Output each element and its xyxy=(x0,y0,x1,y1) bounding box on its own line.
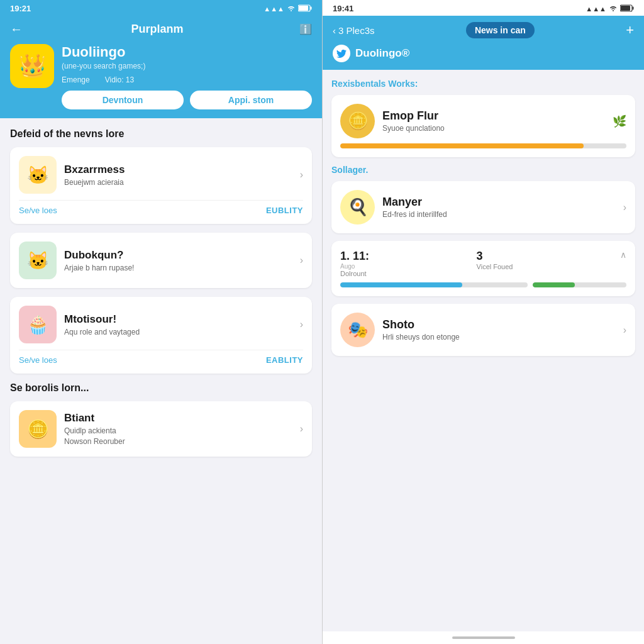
app-info-row: 👑 Duoliingo (une-you search games;) Emen… xyxy=(10,44,312,109)
info-icon-left[interactable]: ℹ️ xyxy=(299,23,312,35)
progress-fill-green xyxy=(533,282,575,287)
card-btiant: 🪙 Btiant Quidlp ackienta Nowson Reoruber… xyxy=(10,401,312,457)
news-badge[interactable]: News in can xyxy=(466,22,535,38)
stat-group-2: 3 Vicel Foued xyxy=(477,250,513,270)
card-name-4: Btiant xyxy=(64,412,292,425)
card-badge-1: EUBLITY xyxy=(266,206,303,215)
chevron-up-icon[interactable]: ∧ xyxy=(620,250,626,260)
card-text-1: Bxzarrmess Beuejwm acieraia xyxy=(64,164,292,187)
app-icon-large: 👑 xyxy=(10,44,54,88)
progress-bar-blue-bg xyxy=(340,282,528,287)
status-bar-right: 19:41 ▲▲▲ xyxy=(323,0,644,16)
stat-group-1: 1. 11: Augo Dolrount xyxy=(340,250,369,277)
battery-icon-right xyxy=(620,4,634,13)
wifi-icon xyxy=(287,4,296,13)
card-name-1: Bxzarrmess xyxy=(64,164,292,176)
card-icon-1: 🐱 xyxy=(19,156,57,194)
right-card-main-3: 🎭 Shoto Hrli sheuys don etonge › xyxy=(340,313,626,347)
twitter-row: Duolingo® xyxy=(333,45,634,62)
svg-rect-2 xyxy=(299,6,308,11)
app-header-left: ← Purplanm ℹ️ 👑 Duoliingo (une-you searc… xyxy=(0,16,322,118)
status-icons-right: ▲▲▲ xyxy=(586,4,634,13)
card-desc-2: Arjaie b harn rupase! xyxy=(64,264,292,272)
progress-fill-blue xyxy=(340,282,462,287)
right-card-manyer[interactable]: 🍳 Manyer Ed-fres id interillfed › xyxy=(331,181,635,233)
card-name-3: Mtotisour! xyxy=(64,313,292,326)
card-desc-1: Beuejwm acieraia xyxy=(64,178,292,187)
right-card-text-3: Shoto Hrli sheuys don etonge xyxy=(382,318,616,341)
chevron-icon-3: › xyxy=(300,319,303,330)
card-text-3: Mtotisour! Aqu role and vaytaged xyxy=(64,313,292,336)
back-text-right: 3 Plec3s xyxy=(338,25,375,36)
progress-leaf-icon: 🌿 xyxy=(613,114,626,128)
card-icon-2: 🐱 xyxy=(19,242,57,279)
right-card-name-2: Manyer xyxy=(382,196,616,209)
section-label-1: Rexisbentals Works: xyxy=(331,79,635,89)
right-content-area: Rexisbentals Works: 🪙 Emop Flur Syuoe qu… xyxy=(323,70,644,631)
stat-label-1: Dolrount xyxy=(340,270,369,277)
card-text-4: Btiant Quidlp ackienta Nowson Reoruber xyxy=(64,412,292,446)
app-emoji-icon: 👑 xyxy=(18,53,47,79)
chevron-icon-2: › xyxy=(300,255,303,266)
home-bar xyxy=(452,636,515,639)
wifi-icon-right xyxy=(609,4,618,13)
app-details: Duoliingo (une-you search games;) Emenge… xyxy=(62,44,312,109)
app-name: Duoliingo xyxy=(62,44,312,60)
card-main-4: 🪙 Btiant Quidlp ackienta Nowson Reoruber… xyxy=(19,410,303,448)
right-card-text-2: Manyer Ed-fres id interillfed xyxy=(382,196,616,219)
card-link-1[interactable]: Se/ve loes xyxy=(19,206,57,215)
download-button[interactable]: Devntoun xyxy=(62,91,184,109)
card-text-2: Dubokqun? Arjaie b harn rupase! xyxy=(64,249,292,272)
progress-bar-1 xyxy=(340,143,626,148)
card-desc-3: Aqu role and vaytaged xyxy=(64,328,292,336)
right-card-emop: 🪙 Emop Flur Syuoe qunclationo 🌿 xyxy=(331,95,635,157)
right-card-name-1: Emop Flur xyxy=(382,109,605,123)
home-indicator xyxy=(323,631,644,644)
card-main-2: 🐱 Dubokqun? Arjaie b harn rupase! › xyxy=(19,242,303,279)
card-main-3: 🧁 Mtotisour! Aqu role and vaytaged › xyxy=(19,306,303,343)
card-mtotisour: 🧁 Mtotisour! Aqu role and vaytaged › Se/… xyxy=(10,297,312,374)
app-subtitle: (une-you search games;) xyxy=(62,62,312,70)
card-desc-4a: Quidlp ackienta xyxy=(64,426,292,435)
section1-title: Defeid of the nevns lore xyxy=(10,128,312,140)
card-main-1: 🐱 Bxzarrmess Beuejwm acieraia › xyxy=(19,156,303,194)
card-icon-4: 🪙 xyxy=(19,410,57,448)
right-card-shoto[interactable]: 🎭 Shoto Hrli sheuys don etonge › xyxy=(331,304,635,356)
chevron-icon-4: › xyxy=(300,423,303,435)
right-card-stats: 1. 11: Augo Dolrount 3 Vicel Foued ∧ xyxy=(331,241,635,296)
right-phone: 19:41 ▲▲▲ ‹ 3 Plec3s News in can + Duoli… xyxy=(322,0,644,644)
stat-value-2: 3 xyxy=(477,250,513,263)
card-bxzarrmess: 🐱 Bxzarrmess Beuejwm acieraia › Se/ve lo… xyxy=(10,147,312,224)
chevron-icon-r3: › xyxy=(623,325,626,336)
progress-row-blue xyxy=(340,282,626,287)
right-card-text-1: Emop Flur Syuoe qunclationo xyxy=(382,109,605,133)
progress-fill-1 xyxy=(340,143,584,148)
action-buttons: Devntoun Appi. stom xyxy=(62,91,312,109)
card-footer-1: Se/ve loes EUBLITY xyxy=(19,200,303,215)
section-label-2: Sollager. xyxy=(331,165,635,175)
meta-right: Vidio: 13 xyxy=(105,75,134,84)
header-right-nav: ‹ 3 Plec3s News in can + xyxy=(333,22,634,38)
appstore-button[interactable]: Appi. stom xyxy=(190,91,312,109)
card-icon-3: 🧁 xyxy=(19,306,57,343)
nav-back-right[interactable]: ‹ 3 Plec3s xyxy=(333,25,375,36)
card-name-2: Dubokqun? xyxy=(64,249,292,262)
meta-left: Emenge xyxy=(62,75,90,84)
progress-bar-green-bg xyxy=(533,282,626,287)
stat-value-1: 1. 11: xyxy=(340,250,369,263)
section3-title: Se borolis lorn... xyxy=(10,382,312,394)
right-card-name-3: Shoto xyxy=(382,318,616,331)
svg-rect-5 xyxy=(621,6,630,11)
left-phone: 19:21 ▲▲▲ ← Purplanm ℹ️ 👑 Duoliingo (une… xyxy=(0,0,322,644)
left-content-area: Defeid of the nevns lore 🐱 Bxzarrmess Be… xyxy=(0,118,322,644)
back-button-left[interactable]: ← xyxy=(10,22,23,36)
right-card-sub-3: Hrli sheuys don etonge xyxy=(382,333,616,341)
time-right: 19:41 xyxy=(333,4,353,13)
card-desc-4b: Nowson Reoruber xyxy=(64,437,292,446)
status-bar-left: 19:21 ▲▲▲ xyxy=(0,0,322,16)
card-link-3[interactable]: Se/ve loes xyxy=(19,355,57,365)
card-footer-3: Se/ve loes EABLITY xyxy=(19,350,303,365)
right-card-icon-2: 🍳 xyxy=(340,190,375,225)
header-nav-left: ← Purplanm ℹ️ xyxy=(10,22,312,36)
plus-button[interactable]: + xyxy=(626,22,634,38)
